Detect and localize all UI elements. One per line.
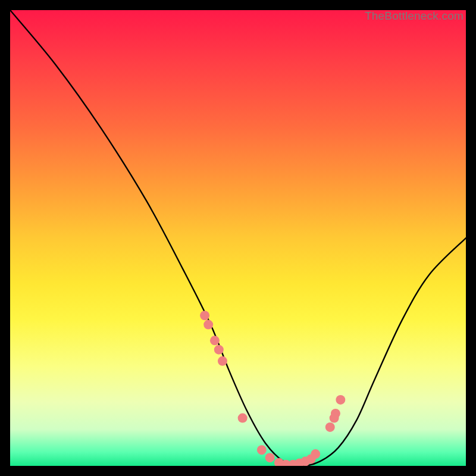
scatter-dot xyxy=(331,409,340,418)
plot-area: TheBottleneck.com xyxy=(10,10,466,466)
scatter-dot xyxy=(214,345,224,355)
scatter-dot xyxy=(336,395,345,405)
scatter-dot xyxy=(265,453,275,462)
scatter-dot xyxy=(200,311,209,320)
chart-svg xyxy=(10,10,466,466)
scatter-dot xyxy=(218,356,227,366)
scatter-dot xyxy=(203,320,213,330)
scatter-dot xyxy=(238,414,248,423)
scatter-dots xyxy=(200,311,345,466)
scatter-dot xyxy=(311,449,320,459)
scatter-dot xyxy=(210,336,220,345)
scatter-dot xyxy=(325,422,335,432)
chart-frame: TheBottleneck.com xyxy=(0,0,476,476)
scatter-dot xyxy=(257,445,267,455)
bottleneck-curve xyxy=(10,10,466,466)
